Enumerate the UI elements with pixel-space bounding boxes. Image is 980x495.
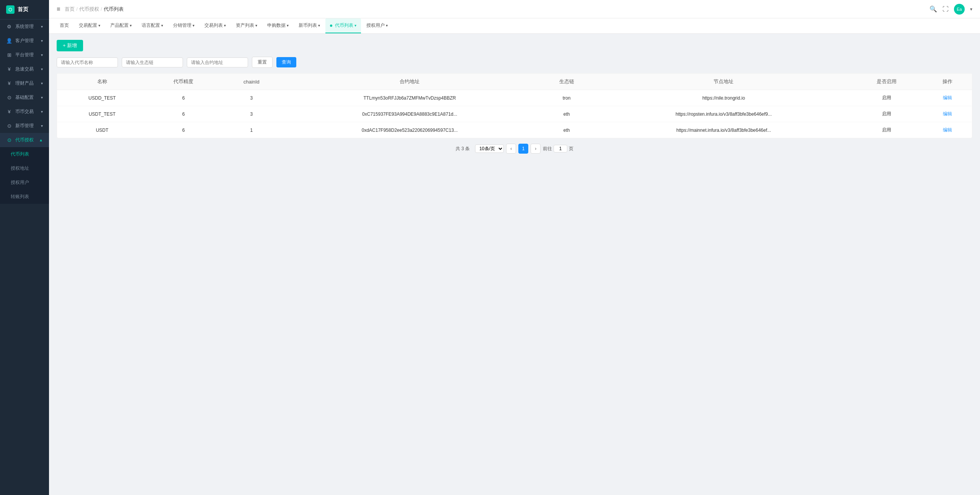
sidebar-item-label: 基础配置	[15, 94, 41, 101]
table-row: USDD_TEST 6 3 TTLmyn53oRFJJb6a7ZMFMwTvDz…	[57, 90, 972, 106]
search-icon[interactable]: 🔍	[929, 5, 937, 13]
cell-name: USDT	[57, 122, 147, 138]
tab-label: 授权用户	[366, 22, 385, 29]
tab-token-list[interactable]: 代币列表 ▾	[325, 18, 361, 33]
sidebar-item-new-coin[interactable]: ⊙ 新币管理 ▾	[0, 119, 49, 133]
tab-home[interactable]: 首页	[55, 18, 74, 33]
name-filter-input[interactable]	[57, 57, 118, 67]
add-button[interactable]: + 新增	[57, 40, 83, 51]
token-auth-icon: ⊙	[6, 137, 12, 143]
customer-icon: 👤	[6, 38, 12, 44]
sidebar-item-customer[interactable]: 👤 客户管理 ▾	[0, 34, 49, 48]
reset-button[interactable]: 重置	[252, 57, 273, 68]
chevron-down-icon: ▾	[41, 95, 43, 100]
sidebar-item-label: 新币管理	[15, 123, 41, 129]
breadcrumb-token-auth[interactable]: 代币授权	[79, 6, 99, 13]
tab-trade-list[interactable]: 交易列表 ▾	[200, 18, 230, 33]
col-node: 节点地址	[597, 74, 850, 90]
tab-label: 语言配置	[142, 22, 160, 29]
sidebar-sub-item-auth-address[interactable]: 授权地址	[0, 161, 49, 175]
ecosystem-filter-input[interactable]	[122, 57, 183, 67]
tab-trade-config[interactable]: 交易配置 ▾	[74, 18, 105, 33]
tab-label: 首页	[60, 22, 69, 29]
page-size-select[interactable]: 10条/页	[475, 144, 504, 153]
fullscreen-icon[interactable]: ⛶	[942, 6, 949, 13]
cell-contract: 0xC715937FE93A994DE9A8883c9E1A871d...	[283, 106, 536, 122]
coin-trade-icon: ¥	[6, 109, 12, 115]
cell-precision: 6	[147, 106, 220, 122]
sidebar-sub-item-auth-user[interactable]: 授权用户	[0, 175, 49, 190]
sidebar-item-label: 平台管理	[15, 52, 41, 58]
next-page-button[interactable]: ›	[531, 144, 541, 154]
tab-auth-user[interactable]: 授权用户 ▾	[362, 18, 392, 33]
logo-text: 首页	[18, 6, 28, 13]
tab-label: 新币列表	[299, 22, 317, 29]
basic-config-icon: ⊙	[6, 95, 12, 101]
edit-link[interactable]: 编辑	[943, 95, 952, 100]
tab-apply-data[interactable]: 申购数据 ▾	[263, 18, 293, 33]
goto-label: 前往	[543, 146, 552, 152]
tab-label: 交易列表	[204, 22, 223, 29]
page-jump-input[interactable]	[554, 145, 567, 152]
chevron-down-icon: ▾	[41, 124, 43, 128]
tab-asset-list[interactable]: 资产列表 ▾	[231, 18, 262, 33]
breadcrumb-sep-1: /	[76, 6, 78, 12]
breadcrumb-home[interactable]: 首页	[65, 6, 75, 13]
edit-link[interactable]: 编辑	[943, 111, 952, 116]
menu-toggle-icon[interactable]: ≡	[57, 6, 60, 13]
chevron-down-icon: ▾	[386, 23, 388, 28]
sidebar-item-token-auth[interactable]: ⊙ 代币授权 ▲	[0, 133, 49, 147]
active-tab-dot	[330, 25, 332, 27]
cell-name: USDD_TEST	[57, 90, 147, 106]
prev-page-button[interactable]: ‹	[506, 144, 516, 154]
new-coin-icon: ⊙	[6, 123, 12, 129]
sidebar-item-platform[interactable]: ⊞ 平台管理 ▾	[0, 48, 49, 62]
tab-new-coin-list[interactable]: 新币列表 ▾	[294, 18, 325, 33]
sidebar-sub-item-transfer-list[interactable]: 转账列表	[0, 190, 49, 204]
col-precision: 代币精度	[147, 74, 220, 90]
chevron-down-icon: ▾	[98, 23, 100, 28]
cell-enabled: 启用	[850, 106, 923, 122]
chevron-down-icon: ▾	[41, 110, 43, 114]
sidebar-item-wealth[interactable]: ¥ 理财产品 ▾	[0, 76, 49, 90]
sidebar-item-quick-trade[interactable]: ¥ 急速交易 ▾	[0, 62, 49, 76]
avatar[interactable]: Ea	[954, 4, 965, 15]
token-table: 名称 代币精度 chainId 合约地址 生态链 节点地址 是否启用 操作 US…	[57, 73, 972, 138]
avatar-dropdown-icon[interactable]: ▾	[970, 7, 972, 12]
platform-icon: ⊞	[6, 52, 12, 58]
total-count: 共 3 条	[456, 146, 470, 152]
table-row: USDT_TEST 6 3 0xC715937FE93A994DE9A8883c…	[57, 106, 972, 122]
page-1-button[interactable]: 1	[518, 144, 528, 154]
tab-product-config[interactable]: 产品配置 ▾	[106, 18, 136, 33]
sidebar-item-system[interactable]: ⚙ 系统管理 ▾	[0, 20, 49, 34]
chevron-down-icon: ▾	[224, 23, 226, 28]
sidebar: ⬡ 首页 ⚙ 系统管理 ▾ 👤 客户管理 ▾ ⊞ 平台管理 ▾ ¥ 急速交易 ▾…	[0, 0, 49, 495]
sidebar-item-label: 代币授权	[15, 137, 39, 143]
nav-tabs: 首页 交易配置 ▾ 产品配置 ▾ 语言配置 ▾ 分销管理 ▾ 交易列表 ▾ 资产…	[49, 18, 980, 34]
cell-chainid: 1	[220, 122, 283, 138]
page-content: + 新增 重置 查询 名称 代币精度 chainId 合约地址 生态链	[49, 34, 980, 495]
col-contract: 合约地址	[283, 74, 536, 90]
sidebar-item-label: 急速交易	[15, 66, 41, 72]
breadcrumb: 首页 / 代币授权 / 代币列表	[65, 6, 123, 13]
tab-lang-config[interactable]: 语言配置 ▾	[137, 18, 168, 33]
tab-label: 分销管理	[173, 22, 191, 29]
cell-name: USDT_TEST	[57, 106, 147, 122]
main-content: ≡ 首页 / 代币授权 / 代币列表 🔍 ⛶ Ea ▾ 首页 交易配置 ▾ 产品…	[49, 0, 980, 495]
tab-split-manage[interactable]: 分销管理 ▾	[168, 18, 199, 33]
sidebar-sub-item-token-list[interactable]: 代币列表	[0, 147, 49, 161]
chevron-down-icon: ▾	[354, 23, 356, 28]
contract-filter-input[interactable]	[187, 57, 248, 67]
search-button[interactable]: 查询	[276, 57, 296, 67]
pagination: 共 3 条 10条/页 ‹ 1 › 前往 页	[57, 138, 972, 159]
quick-trade-icon: ¥	[6, 66, 12, 72]
sidebar-item-label: 币币交易	[15, 108, 41, 115]
chevron-down-icon: ▾	[41, 81, 43, 85]
sidebar-item-basic-config[interactable]: ⊙ 基础配置 ▾	[0, 90, 49, 105]
sidebar-item-coin-trade[interactable]: ¥ 币币交易 ▾	[0, 105, 49, 119]
edit-link[interactable]: 编辑	[943, 127, 952, 133]
cell-contract: TTLmyn53oRFJJb6a7ZMFMwTvDzsp4BBZR	[283, 90, 536, 106]
cell-precision: 6	[147, 90, 220, 106]
chevron-down-icon: ▾	[41, 39, 43, 43]
chevron-down-icon: ▾	[161, 23, 163, 28]
